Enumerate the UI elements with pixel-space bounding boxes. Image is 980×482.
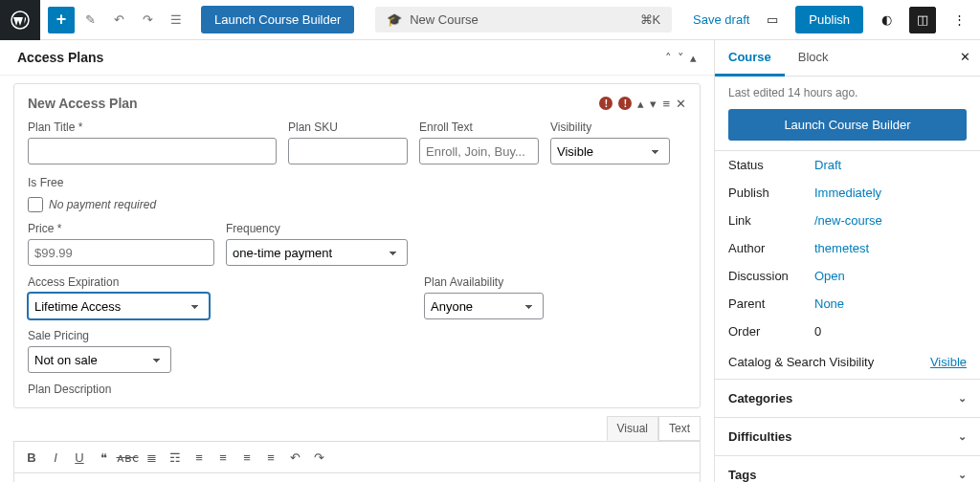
plan-description-label: Plan Description xyxy=(28,383,686,396)
undo-icon[interactable]: ↶ xyxy=(283,446,306,469)
center-title-bar: 🎓New Course ⌘K xyxy=(354,7,693,33)
save-draft-link[interactable]: Save draft xyxy=(693,12,749,27)
more-options-icon[interactable]: ⋮ xyxy=(946,7,972,33)
sidebar-tabs: Course Block ✕ xyxy=(715,40,980,77)
editor-area: Access Plans ˄ ˅ ▴ New Access Plan ! ! ▴… xyxy=(0,40,714,482)
tab-text[interactable]: Text xyxy=(658,416,701,441)
editor-toolbar: B I U ❝ ᴀʙᴄ ≣ ☶ ≡ ≡ ≡ ≡ ↶ ↷ xyxy=(14,442,700,473)
access-expiration-label: Access Expiration xyxy=(28,275,210,289)
tab-visual[interactable]: Visual xyxy=(607,416,658,441)
align-left-icon[interactable]: ≡ xyxy=(188,446,211,469)
chevron-down-icon: ⌄ xyxy=(958,469,967,481)
course-name: New Course xyxy=(410,12,479,27)
section-title: Access Plans xyxy=(17,50,103,65)
redo-icon[interactable]: ↷ xyxy=(134,7,161,33)
move-up-icon[interactable]: ▴ xyxy=(637,97,644,111)
frequency-label: Frequency xyxy=(226,222,408,235)
plan-availability-label: Plan Availability xyxy=(424,275,544,289)
panel-title: New Access Plan xyxy=(28,96,138,111)
redo-icon[interactable]: ↷ xyxy=(307,446,330,469)
publish-button[interactable]: Publish xyxy=(795,6,863,33)
sidebar: Course Block ✕ Last edited 14 hours ago.… xyxy=(714,40,980,482)
sidebar-top-section: Last edited 14 hours ago. Launch Course … xyxy=(715,77,980,151)
link-row[interactable]: Link/new-course xyxy=(715,207,980,234)
chevron-up-icon[interactable]: ˄ xyxy=(665,51,672,65)
plan-title-label: Plan Title * xyxy=(28,120,277,134)
order-row[interactable]: Order0 xyxy=(715,318,980,345)
parent-row[interactable]: ParentNone xyxy=(715,290,980,318)
globe-icon[interactable]: ◐ xyxy=(873,7,900,33)
add-block-button[interactable]: + xyxy=(48,7,75,33)
close-sidebar-icon[interactable]: ✕ xyxy=(950,40,980,76)
frequency-select[interactable]: one-time payment xyxy=(226,239,408,266)
accordion-difficulties[interactable]: Difficulties⌄ xyxy=(715,418,980,456)
catalog-visibility-row[interactable]: Catalog & Search VisibilityVisible xyxy=(715,345,980,380)
chevron-down-icon: ⌄ xyxy=(958,430,967,443)
is-free-label: Is Free xyxy=(28,176,156,189)
access-plans-header: Access Plans ˄ ˅ ▴ xyxy=(0,40,714,76)
price-input[interactable] xyxy=(28,239,214,266)
tab-course[interactable]: Course xyxy=(715,40,785,77)
preview-icon[interactable]: ▭ xyxy=(759,7,786,33)
tab-block[interactable]: Block xyxy=(785,40,842,76)
bullet-list-icon[interactable]: ≣ xyxy=(140,446,163,469)
move-down-icon[interactable]: ▾ xyxy=(650,97,657,111)
editor-tabs: Visual Text xyxy=(13,416,701,441)
collapse-up-icon[interactable]: ▴ xyxy=(690,51,697,65)
edit-icon[interactable]: ✎ xyxy=(77,7,103,33)
last-edited: Last edited 14 hours ago. xyxy=(728,86,967,99)
outline-icon[interactable]: ☰ xyxy=(163,7,189,33)
quote-icon[interactable]: ❝ xyxy=(92,446,115,469)
price-label: Price * xyxy=(28,222,214,235)
is-free-checkbox[interactable] xyxy=(28,197,43,212)
enroll-text-label: Enroll Text xyxy=(419,120,539,134)
visibility-select[interactable]: Visible xyxy=(550,138,670,164)
description-textarea[interactable] xyxy=(14,473,700,482)
rich-text-editor: B I U ❝ ᴀʙᴄ ≣ ☶ ≡ ≡ ≡ ≡ ↶ ↷ xyxy=(13,441,701,482)
plan-sku-label: Plan SKU xyxy=(288,120,408,134)
chevron-down-icon[interactable]: ˅ xyxy=(678,51,684,65)
warning-icon: ! xyxy=(599,97,612,110)
author-row[interactable]: Authorthemetest xyxy=(715,234,980,262)
wordpress-logo[interactable] xyxy=(0,0,40,40)
underline-icon[interactable]: U xyxy=(68,446,91,469)
shortcut-label: ⌘K xyxy=(640,12,661,27)
status-row[interactable]: StatusDraft xyxy=(715,151,980,179)
topbar-right: Save draft ▭ Publish ◐ ◫ ⋮ xyxy=(693,6,972,33)
plan-title-input[interactable] xyxy=(28,138,277,164)
align-right-icon[interactable]: ≡ xyxy=(235,446,258,469)
plan-sku-input[interactable] xyxy=(288,138,408,164)
close-icon[interactable]: ✕ xyxy=(676,97,686,111)
accordion-tags[interactable]: Tags⌄ xyxy=(715,456,980,482)
discussion-row[interactable]: DiscussionOpen xyxy=(715,262,980,290)
plan-availability-select[interactable]: Anyone xyxy=(424,293,544,319)
align-center-icon[interactable]: ≡ xyxy=(212,446,234,469)
strikethrough-icon[interactable]: ᴀʙᴄ xyxy=(116,446,139,469)
topbar: + ✎ ↶ ↷ ☰ Launch Course Builder 🎓New Cou… xyxy=(0,0,980,40)
enroll-text-input[interactable] xyxy=(419,138,539,164)
menu-icon[interactable]: ≡ xyxy=(662,97,670,111)
warning-icon: ! xyxy=(618,97,632,110)
sidebar-toggle-icon[interactable]: ◫ xyxy=(909,7,936,33)
accordion-categories[interactable]: Categories⌄ xyxy=(715,380,980,418)
align-justify-icon[interactable]: ≡ xyxy=(259,446,282,469)
visibility-label: Visibility xyxy=(550,120,670,134)
no-payment-label: No payment required xyxy=(49,198,156,211)
access-plan-panel: New Access Plan ! ! ▴ ▾ ≡ ✕ Plan Title *… xyxy=(13,83,701,408)
publish-row[interactable]: PublishImmediately xyxy=(715,179,980,207)
access-expiration-select[interactable]: Lifetime Access xyxy=(28,293,210,319)
italic-icon[interactable]: I xyxy=(44,446,67,469)
launch-course-builder-button[interactable]: Launch Course Builder xyxy=(201,6,354,33)
sale-pricing-select[interactable]: Not on sale xyxy=(28,346,171,373)
graduation-cap-icon: 🎓 xyxy=(387,12,402,27)
sidebar-launch-button[interactable]: Launch Course Builder xyxy=(728,109,967,141)
bold-icon[interactable]: B xyxy=(20,446,43,469)
undo-icon[interactable]: ↶ xyxy=(105,7,132,33)
number-list-icon[interactable]: ☶ xyxy=(164,446,187,469)
sale-pricing-label: Sale Pricing xyxy=(28,329,171,342)
chevron-down-icon: ⌄ xyxy=(958,392,967,405)
course-title-box[interactable]: 🎓New Course ⌘K xyxy=(375,7,672,33)
